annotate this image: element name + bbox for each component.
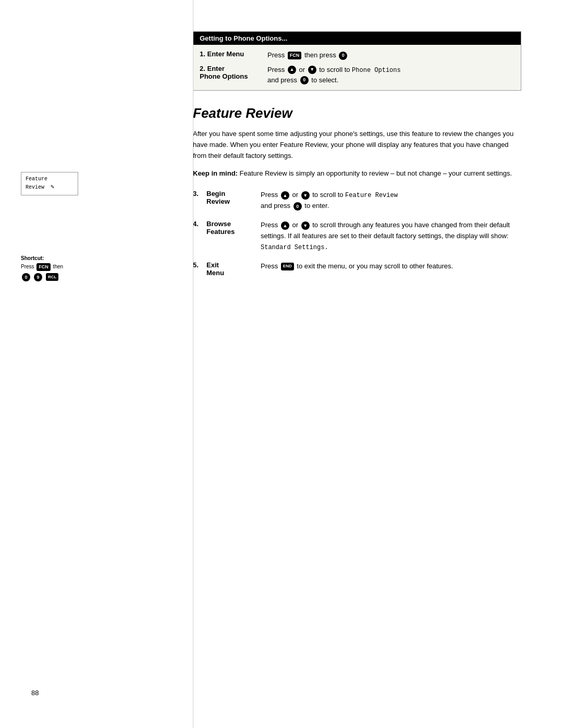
down-key-4: ▼ <box>301 221 310 230</box>
step-3-row: 3. Begin Review Press ▲ or ▼ to scroll t… <box>193 190 521 212</box>
shortcut-key-9: 9 <box>34 273 42 281</box>
step-3-desc: Press ▲ or ▼ to scroll to Feature Review… <box>261 190 521 212</box>
getting-to-box: Getting to Phone Options... 1. Enter Men… <box>193 31 521 91</box>
shortcut-key-rcl: RCL <box>46 273 58 281</box>
getting-to-header: Getting to Phone Options... <box>193 32 521 45</box>
feature-icon: ✎ <box>51 183 54 191</box>
keep-in-mind: Keep in mind: Feature Review is simply a… <box>193 168 521 179</box>
step-2-instruction: Press ▲ or ▼ to scroll to Phone Options … <box>267 65 515 85</box>
fcn-key: FCN <box>288 52 302 59</box>
step-5-desc: Press END to exit the menu, or you may s… <box>261 261 521 272</box>
step-5-label: 5. Exit Menu <box>193 261 261 277</box>
up-key-2: ▲ <box>288 66 296 74</box>
step-4-row: 4. Browse Features Press ▲ or ▼ to scrol… <box>193 220 521 253</box>
step-1-label: 1. Enter Menu <box>200 50 267 58</box>
up-key-4: ▲ <box>281 221 289 230</box>
main-content: Getting to Phone Options... 1. Enter Men… <box>193 0 563 316</box>
page-divider <box>193 0 193 728</box>
feature-review-intro: After you have spent some time adjusting… <box>193 129 521 161</box>
keep-in-mind-bold: Keep in mind: <box>193 169 238 177</box>
step-3-label: 3. Begin Review <box>193 190 261 205</box>
steps-list: 3. Begin Review Press ▲ or ▼ to scroll t… <box>193 190 521 277</box>
getting-to-step-2: 2. Enter Phone Options Press ▲ or ▼ to s… <box>200 65 515 85</box>
step-4-desc: Press ▲ or ▼ to scroll through any featu… <box>261 220 521 253</box>
page-number: 88 <box>31 689 39 697</box>
shortcut-label: Shortcut: <box>21 255 78 261</box>
feature-review-title: Feature Review <box>193 105 521 121</box>
shortcut-instruction: Press FCN then <box>21 263 78 271</box>
up-key-3: ▲ <box>281 191 289 200</box>
keep-in-mind-text: Feature Review is simply an opportunity … <box>238 169 512 177</box>
down-key-2: ▼ <box>308 66 316 74</box>
left-margin: Feature Review ✎ Shortcut: Press FCN the… <box>0 0 193 728</box>
enter-key-3: 0 <box>293 202 302 211</box>
sidebar-feature-box: Feature Review ✎ <box>21 172 78 195</box>
step-2-label: 2. Enter Phone Options <box>200 65 267 80</box>
shortcut-key-fcn: FCN <box>36 263 51 271</box>
down-key-3: ▼ <box>301 191 310 200</box>
zero-key: 0 <box>339 52 347 60</box>
step-4-label: 4. Browse Features <box>193 220 261 236</box>
end-key-5: END <box>281 263 294 270</box>
shortcut-key-0: 0 <box>22 273 30 281</box>
page-container: Feature Review ✎ Shortcut: Press FCN the… <box>0 0 563 728</box>
select-key-2: 0 <box>300 76 309 84</box>
step-5-row: 5. Exit Menu Press END to exit the menu,… <box>193 261 521 277</box>
getting-to-step-1: 1. Enter Menu Press FCN then press 0 <box>200 50 515 60</box>
step-1-instruction: Press FCN then press 0 <box>267 50 515 60</box>
sidebar-feature-text: Feature Review ✎ <box>26 176 74 192</box>
getting-to-body: 1. Enter Menu Press FCN then press 0 2. … <box>193 45 521 90</box>
sidebar-shortcut: Shortcut: Press FCN then 0 9 RCL <box>21 255 78 281</box>
shortcut-buttons: 0 9 RCL <box>21 273 78 281</box>
